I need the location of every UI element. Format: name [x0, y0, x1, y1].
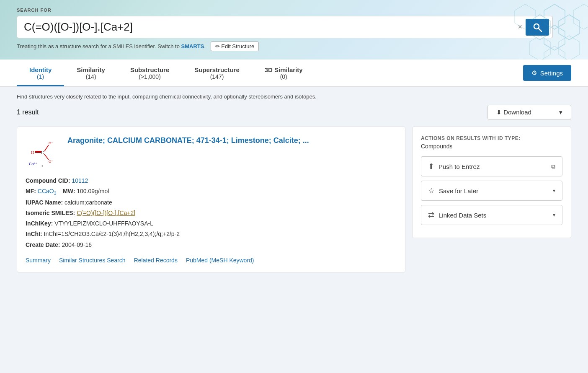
svg-marker-3 — [544, 25, 565, 50]
chevron-down-icon: ▾ — [553, 188, 555, 194]
smiles-link[interactable]: C(=O)([O-])[O-].[Ca+2] — [77, 210, 135, 216]
create-date-value: 2004-09-16 — [62, 241, 92, 248]
external-link-icon: ⧉ — [551, 163, 555, 170]
svg-marker-2 — [529, 15, 550, 40]
tab-identity[interactable]: Identity (1) — [17, 60, 64, 86]
link-icon: ⇄ — [428, 210, 434, 220]
download-button[interactable]: ⬇ Download ▾ — [487, 105, 571, 120]
main-content: Find structures very closely related to … — [0, 87, 588, 338]
tab-substructure[interactable]: Substructure (>1,000) — [118, 60, 182, 86]
chevron-down-icon-2: ▾ — [553, 212, 555, 218]
edit-structure-button[interactable]: ✏ Edit Structure — [211, 41, 259, 51]
inchi-row: InChI: InChI=1S/CH2O3.Ca/c2-1(3)4;/h(H2,… — [26, 229, 397, 239]
tabs-area: Identity (1) Similarity (14) Substructur… — [0, 60, 588, 87]
compound-title: Aragonite; CALCIUM CARBONATE; 471-34-1; … — [67, 135, 309, 146]
svg-marker-7 — [529, 36, 550, 60]
actions-panel: ACTIONS ON RESULTS WITH ID TYPE: Compoun… — [412, 127, 571, 238]
iupac-row: IUPAC Name: calcium;carbonate — [26, 197, 397, 208]
mf-row: MF: CCaO3 MW: 100.09g/mol — [26, 186, 397, 197]
inchi-value: InChI=1S/CH2O3.Ca/c2-1(3)4;/h(H2,2,3,4);… — [44, 231, 180, 237]
inchikey-value: VTYYLEPIZMXCLO-UHFFFAOYSA-L — [54, 220, 153, 227]
linked-data-sets-button[interactable]: ⇄ Linked Data Sets ▾ — [421, 205, 562, 225]
gear-icon: ⚙ — [531, 69, 537, 77]
background-decoration — [446, 0, 588, 60]
svg-text:Ca²⁺: Ca²⁺ — [29, 162, 37, 166]
cid-row: Compound CID: 10112 — [26, 176, 397, 186]
pencil-icon: ✏ — [215, 43, 220, 49]
push-to-entrez-button[interactable]: ⬆ Push to Entrez ⧉ — [421, 156, 562, 176]
search-area: SEARCH FOR × Treating this as a structur… — [0, 0, 588, 60]
svg-text:O⁻: O⁻ — [49, 141, 53, 145]
svg-marker-8 — [544, 46, 565, 60]
search-input[interactable] — [21, 16, 514, 38]
compound-title-area: Aragonite; CALCIUM CARBONATE; 471-34-1; … — [67, 135, 309, 169]
results-row: 1 result ⬇ Download ▾ — [17, 105, 571, 120]
tab-3d-similarity[interactable]: 3D Similarity (0) — [252, 60, 315, 86]
create-date-row: Create Date: 2004-09-16 — [26, 240, 397, 250]
svg-marker-4 — [573, 4, 588, 29]
svg-marker-5 — [515, 4, 536, 29]
actions-title: ACTIONS ON RESULTS WITH ID TYPE: — [421, 135, 562, 141]
push-to-entrez-label: Push to Entrez — [438, 163, 480, 170]
svg-marker-1 — [559, 15, 580, 40]
download-label: Download — [503, 109, 531, 116]
inchikey-row: InChIKey: VTYYLEPIZMXCLO-UHFFFAOYSA-L — [26, 218, 397, 229]
tab-superstructure[interactable]: Superstructure (147) — [182, 60, 252, 86]
compound-details: Compound CID: 10112 MF: CCaO3 MW: 100.09… — [26, 176, 397, 250]
tabs-row: Identity (1) Similarity (14) Substructur… — [17, 60, 571, 86]
svg-point-20 — [41, 165, 43, 166]
settings-button[interactable]: ⚙ Settings — [523, 65, 571, 81]
card-links: Summary Similar Structures Search Relate… — [26, 257, 397, 264]
molecular-formula: CCaO3 — [38, 188, 57, 194]
svg-line-15 — [44, 145, 49, 151]
tab-similarity[interactable]: Similarity (14) — [64, 60, 118, 86]
chevron-down-icon: ▾ — [559, 109, 562, 116]
content-grid: O C O⁻ O⁻ Ca²⁺ — [17, 127, 571, 272]
save-for-later-button[interactable]: ☆ Save for Later ▾ — [421, 181, 562, 201]
pubmed-link[interactable]: PubMed (MeSH Keyword) — [186, 257, 254, 264]
iupac-name: calcium;carbonate — [64, 199, 112, 206]
upload-icon: ⬆ — [428, 162, 434, 171]
molecule-structure: O C O⁻ O⁻ Ca²⁺ — [27, 137, 58, 168]
save-for-later-label: Save for Later — [439, 187, 478, 194]
results-count: 1 result — [17, 109, 39, 116]
svg-text:O: O — [31, 150, 34, 155]
actions-subtitle: Compounds — [421, 143, 562, 150]
result-card: O C O⁻ O⁻ Ca²⁺ — [17, 127, 405, 272]
star-icon: ☆ — [428, 186, 435, 195]
svg-text:C: C — [41, 150, 44, 155]
svg-text:O⁻: O⁻ — [49, 160, 53, 163]
compound-header: O C O⁻ O⁻ Ca²⁺ — [26, 135, 397, 169]
smiles-row: Isomeric SMILES: C(=O)([O-])[O-].[Ca+2] — [26, 208, 397, 218]
compound-image: O C O⁻ O⁻ Ca²⁺ — [26, 135, 59, 169]
tab-description: Find structures very closely related to … — [17, 93, 571, 100]
cid-link[interactable]: 10112 — [72, 177, 88, 184]
svg-marker-6 — [559, 36, 580, 60]
svg-marker-0 — [544, 4, 565, 29]
download-icon: ⬇ — [496, 109, 502, 116]
smarts-link[interactable]: SMARTS — [181, 43, 204, 49]
svg-line-17 — [44, 154, 49, 160]
summary-link[interactable]: Summary — [26, 257, 51, 264]
related-records-link[interactable]: Related Records — [134, 257, 178, 264]
molecular-weight: 100.09g/mol — [77, 188, 109, 194]
similar-structures-link[interactable]: Similar Structures Search — [59, 257, 126, 264]
linked-data-sets-label: Linked Data Sets — [438, 212, 486, 219]
